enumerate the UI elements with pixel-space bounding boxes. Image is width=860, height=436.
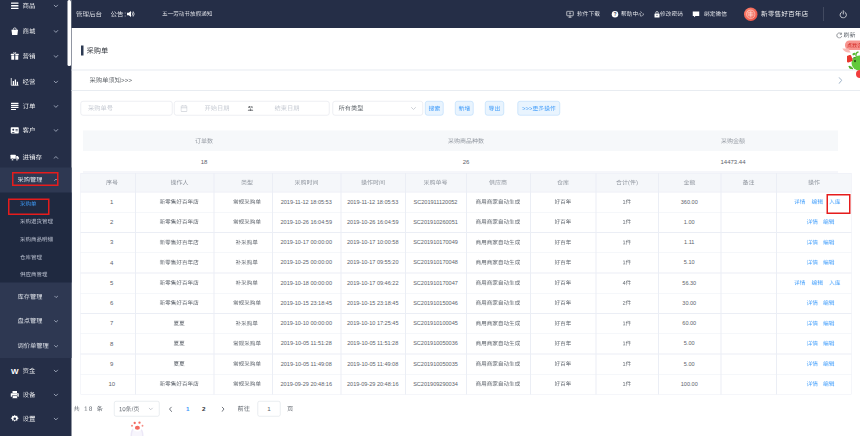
svg-text:?: ? (614, 12, 617, 17)
svg-text:W: W (11, 367, 19, 376)
